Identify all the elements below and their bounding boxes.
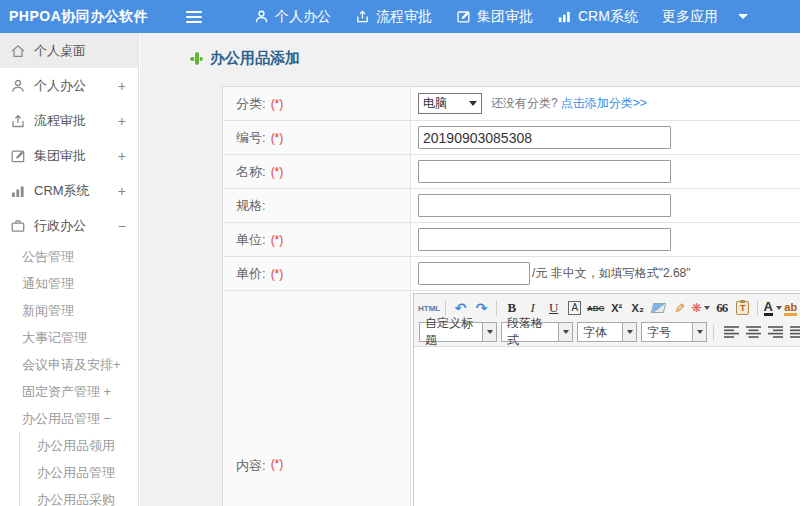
add-category-link[interactable]: 点击添加分类>>: [561, 95, 647, 112]
page-title: 办公用品添加: [190, 49, 800, 68]
chevron-down-icon: [482, 323, 496, 341]
office-supplies-submenu: 办公用品领用 办公用品管理 办公用品采购: [19, 432, 138, 506]
align-right-icon[interactable]: [768, 326, 783, 338]
align-justify-icon[interactable]: [790, 326, 800, 338]
expand-plus-icon[interactable]: +: [118, 148, 126, 164]
chevron-down-icon: [622, 323, 636, 341]
price-input[interactable]: [418, 262, 530, 285]
spec-input[interactable]: [418, 194, 671, 217]
edit-icon: [10, 148, 26, 164]
share-icon: [355, 9, 370, 24]
category-hint: 还没有分类?: [491, 95, 558, 112]
content-label: 内容:: [236, 457, 266, 475]
sidebar-item-desktop[interactable]: 个人桌面: [0, 33, 138, 68]
code-input[interactable]: [418, 126, 671, 149]
bar-chart-icon: [557, 9, 572, 24]
app-logo[interactable]: PHPOA协同办公软件: [0, 8, 186, 26]
sidebar-item-supplies-purchase[interactable]: 办公用品采购: [20, 486, 138, 506]
strikethrough-button[interactable]: ABC: [586, 298, 605, 318]
sidebar-item-announcement-mgmt[interactable]: 公告管理: [0, 243, 138, 270]
sidebar-item-office-supplies-mgmt[interactable]: 办公用品管理 −: [0, 405, 138, 432]
share-icon: [10, 113, 26, 129]
unit-label: 单位:: [236, 231, 266, 249]
unit-input[interactable]: [418, 228, 671, 251]
eraser-icon: [651, 303, 666, 313]
sidebar-item-news-mgmt[interactable]: 新闻管理: [0, 297, 138, 324]
nav-group-approval[interactable]: 集团审批: [456, 8, 533, 26]
required-marker: (*): [271, 267, 284, 281]
font-family-select[interactable]: 字体: [577, 322, 637, 342]
required-marker: (*): [271, 457, 284, 471]
price-label: 单价:: [236, 265, 266, 283]
name-input[interactable]: [418, 160, 671, 183]
font-color-button[interactable]: A: [763, 298, 782, 318]
menu-toggle-icon[interactable]: [186, 11, 204, 23]
sidebar-item-fixed-assets-mgmt[interactable]: 固定资产管理 +: [0, 378, 138, 405]
align-center-icon[interactable]: [746, 326, 761, 338]
sidebar-item-process-approval[interactable]: 流程审批 +: [0, 103, 138, 138]
sidebar-item-memorabilia-mgmt[interactable]: 大事记管理: [0, 324, 138, 351]
edit-icon: [456, 9, 471, 24]
price-format-hint: /元 非中文，如填写格式"2.68": [532, 265, 691, 282]
main-content: 办公用品添加 分类: (*) 电脑 还没有分类? 点击添加分类>> 编号: (*…: [140, 33, 800, 506]
home-icon: [10, 43, 26, 59]
sidebar-item-crm[interactable]: CRM系统 +: [0, 173, 138, 208]
editor-content-area[interactable]: [414, 347, 800, 506]
nav-personal-office[interactable]: 个人办公: [254, 8, 331, 26]
required-marker: (*): [271, 131, 284, 145]
chevron-down-icon: [738, 14, 748, 19]
rich-text-editor: HTML ↶ ↷ B I U A ABC X² X₂: [413, 293, 800, 506]
sidebar-item-supplies-manage[interactable]: 办公用品管理: [20, 459, 138, 486]
sidebar-item-group-approval[interactable]: 集团审批 +: [0, 138, 138, 173]
format-painter-button[interactable]: ✎: [670, 299, 690, 318]
add-supplies-form: 分类: (*) 电脑 还没有分类? 点击添加分类>> 编号: (*): [222, 86, 800, 506]
nav-crm-system[interactable]: CRM系统: [557, 8, 638, 26]
form-row-category: 分类: (*) 电脑 还没有分类? 点击添加分类>>: [223, 87, 800, 121]
category-select[interactable]: 电脑: [418, 93, 482, 114]
sidebar-item-meeting-mgmt[interactable]: 会议申请及安排+: [0, 351, 138, 378]
highlight-color-button[interactable]: ab: [784, 298, 800, 318]
form-row-unit: 单位: (*): [223, 223, 800, 257]
sidebar-item-admin-office[interactable]: 行政办公 −: [0, 208, 138, 243]
paragraph-format-select[interactable]: 段落格式: [501, 322, 573, 342]
subscript-button[interactable]: X₂: [628, 298, 647, 318]
topbar: PHPOA协同办公软件 个人办公 流程审批 集团审批 CRM系统 更多应用: [0, 0, 800, 33]
font-size-select[interactable]: 字号: [641, 322, 707, 342]
add-icon: [190, 52, 203, 65]
superscript-button[interactable]: X²: [607, 298, 626, 318]
form-row-price: 单价: (*) /元 非中文，如填写格式"2.68": [223, 257, 800, 291]
bar-chart-icon: [10, 183, 26, 199]
sidebar: 个人桌面 个人办公 + 流程审批 + 集团审批 + CRM系统 + 行政办公 −: [0, 33, 139, 506]
toolbar-row-2: 自定义标题 段落格式 字体: [417, 320, 800, 344]
clipboard-icon: T: [736, 301, 749, 315]
align-left-icon[interactable]: [724, 326, 739, 338]
nav-process-approval[interactable]: 流程审批: [355, 8, 432, 26]
chevron-down-icon: [692, 323, 706, 341]
expand-plus-icon[interactable]: +: [118, 113, 126, 129]
name-label: 名称:: [236, 163, 266, 181]
sidebar-item-supplies-claim[interactable]: 办公用品领用: [20, 432, 138, 459]
expand-plus-icon[interactable]: +: [118, 78, 126, 94]
sidebar-item-notice-mgmt[interactable]: 通知管理: [0, 270, 138, 297]
form-row-code: 编号: (*): [223, 121, 800, 155]
category-label: 分类:: [236, 95, 266, 113]
paste-plain-button[interactable]: T: [733, 298, 752, 318]
heading-select[interactable]: 自定义标题: [419, 322, 497, 342]
auto-typeset-button[interactable]: ❋: [691, 298, 710, 318]
chevron-down-icon: [704, 306, 710, 310]
editor-toolbar: HTML ↶ ↷ B I U A ABC X² X₂: [414, 294, 800, 347]
collapse-minus-icon[interactable]: −: [118, 218, 126, 234]
user-icon: [254, 9, 269, 24]
blockquote-button[interactable]: 66: [712, 298, 731, 318]
expand-plus-icon[interactable]: +: [118, 183, 126, 199]
required-marker: (*): [271, 97, 284, 111]
code-label: 编号:: [236, 129, 266, 147]
form-row-content: 内容: (*) HTML ↶ ↷ B I U: [223, 291, 800, 506]
sidebar-item-personal-office[interactable]: 个人办公 +: [0, 68, 138, 103]
remove-format-button[interactable]: [649, 298, 668, 318]
select-arrow-icon: [469, 101, 477, 106]
nav-more-apps[interactable]: 更多应用: [662, 8, 748, 26]
spec-label: 规格:: [236, 197, 266, 215]
user-icon: [10, 78, 26, 94]
font-style-button[interactable]: A: [565, 298, 584, 318]
